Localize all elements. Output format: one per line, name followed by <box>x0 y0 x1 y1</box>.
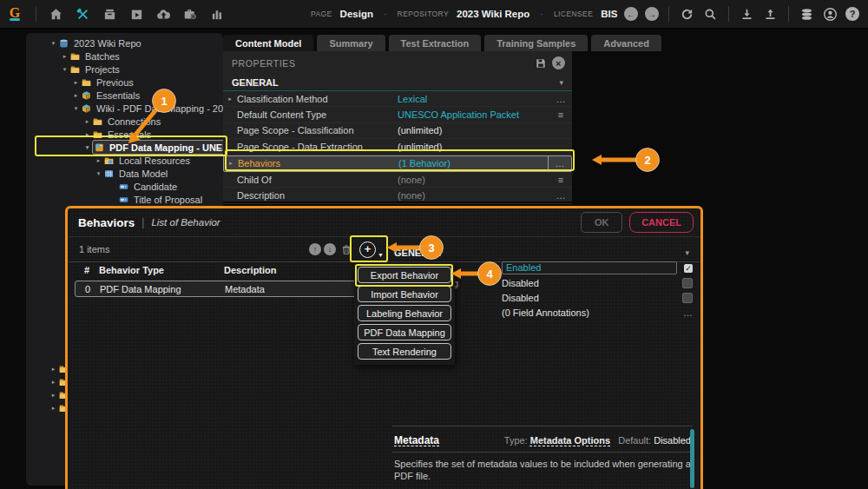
checkbox-unchecked[interactable] <box>682 293 693 303</box>
tree-item-2023-wiki-repo[interactable]: ▾2023 Wiki Repo <box>26 36 223 50</box>
expander-icon[interactable]: ▸ <box>49 392 58 399</box>
property-value: (none) <box>398 175 549 185</box>
help-meta: Type: Metadata Options Default: Disabled <box>504 435 691 446</box>
cancel-button[interactable]: CANCEL <box>629 212 694 233</box>
menu-icon[interactable]: ≡ <box>549 175 572 185</box>
expander-icon[interactable]: ▸ <box>60 53 69 60</box>
home-icon[interactable] <box>48 6 64 23</box>
dialog-property-value: Disabled <box>502 278 675 288</box>
scrollbar-thumb[interactable] <box>690 429 694 488</box>
expander-icon[interactable]: ▸ <box>49 379 58 386</box>
tree-item-previous[interactable]: ▸Previous <box>26 76 223 89</box>
tree-item-local-resources[interactable]: ▸Local Resources <box>26 154 223 167</box>
property-row-default-content-type[interactable]: Default Content TypeUNESCO Application P… <box>223 107 572 122</box>
property-row-behaviors[interactable]: ▸Behaviors(1 Behavior)… <box>223 155 572 172</box>
close-icon[interactable]: × <box>552 56 565 69</box>
dialog-general-header[interactable]: GENERAL ▾ <box>391 245 693 261</box>
stats-icon[interactable] <box>209 6 226 23</box>
property-row-page-scope-classification[interactable]: Page Scope - Classification(unlimited) <box>223 123 572 139</box>
meta-dot: · <box>381 9 390 19</box>
expander-icon[interactable]: ▸ <box>94 157 103 164</box>
expander-icon[interactable]: ▸ <box>224 160 238 167</box>
property-label: Description <box>237 190 398 201</box>
delete-icon[interactable] <box>340 243 352 255</box>
move-up-button[interactable]: ↑ <box>309 243 321 255</box>
ellipsis-button[interactable]: … <box>549 94 572 104</box>
forward-button[interactable]: → <box>645 7 659 21</box>
expander-icon[interactable]: ▾ <box>49 40 58 47</box>
download-icon[interactable] <box>740 7 754 22</box>
tree-item-pdf-data-mapping-unesco-packet[interactable]: ▾PDF Data Mapping - UNESCO Packet <box>26 141 223 154</box>
tab-test-extraction[interactable]: Test Extraction <box>389 35 482 51</box>
expander-icon[interactable]: ▸ <box>71 92 81 99</box>
expander-icon[interactable]: ▾ <box>94 170 103 177</box>
tree-item-wiki-pdf-data-mapping-2023-project[interactable]: ▾Wiki - PDF Data Mapping - 2023 [Project… <box>26 102 223 115</box>
tree-item-connections[interactable]: ▸Connections <box>26 115 223 128</box>
menu-item-text-rendering[interactable]: Text Rendering <box>358 343 451 360</box>
ok-button[interactable]: OK <box>581 212 622 233</box>
column-header[interactable]: # <box>75 265 99 275</box>
general-section-header[interactable]: GENERAL ▾ <box>223 75 572 91</box>
menu-item-export-behavior[interactable]: Export Behavior <box>358 267 451 283</box>
property-row-child-of[interactable]: Child Of(none)≡ <box>223 172 572 188</box>
expander-icon[interactable]: ▸ <box>49 405 58 412</box>
menu-item-import-behavior[interactable]: Import Behavior <box>358 286 451 302</box>
add-button[interactable]: + <box>359 241 376 258</box>
tab-training-samples[interactable]: Training Samples <box>484 35 588 51</box>
table-row[interactable]: 0PDF Data MappingMetadata <box>75 281 363 297</box>
upload-icon[interactable] <box>763 7 778 22</box>
tab-advanced[interactable]: Advanced <box>591 35 661 51</box>
tree-item-projects[interactable]: ▾Projects <box>26 63 223 76</box>
menu-item-labeling-behavior[interactable]: Labeling Behavior <box>358 305 451 321</box>
batch-processing-icon[interactable] <box>128 6 145 23</box>
help-icon[interactable]: ? <box>845 7 859 21</box>
folder-icon <box>69 64 82 75</box>
expander-icon[interactable]: ▾ <box>82 144 92 151</box>
batches-icon[interactable] <box>102 6 118 23</box>
tree-item-essentials[interactable]: ▸Essentials <box>26 128 223 141</box>
expander-icon[interactable]: ▾ <box>71 105 81 112</box>
expander-icon[interactable]: ▸ <box>49 366 58 373</box>
imports-icon[interactable] <box>155 6 172 23</box>
tree-item-candidate[interactable]: Candidate <box>26 180 223 193</box>
menu-item-pdf-data-mapping[interactable]: PDF Data Mapping <box>358 324 451 340</box>
user-icon[interactable] <box>823 7 838 22</box>
column-header[interactable]: Behavior Type <box>99 265 224 275</box>
property-row-page-scope-data-extraction[interactable]: Page Scope - Data Extraction(unlimited) <box>223 139 572 155</box>
menu-icon[interactable]: ≡ <box>549 109 572 120</box>
save-icon[interactable] <box>535 57 547 69</box>
design-tools-icon[interactable] <box>75 6 91 23</box>
expander-icon[interactable]: ▸ <box>71 79 81 86</box>
grooper-logo[interactable]: G <box>0 9 30 21</box>
back-button[interactable]: ← <box>624 7 638 21</box>
property-row-description[interactable]: Description(none)… <box>223 188 572 203</box>
property-value: (none) <box>398 190 549 201</box>
search-icon[interactable] <box>703 7 718 22</box>
jobs-icon[interactable] <box>182 6 199 23</box>
checkbox-unchecked[interactable] <box>682 278 693 288</box>
help-type-link[interactable]: Metadata Options <box>530 435 610 446</box>
tree-item-data-model[interactable]: ▾Data Model <box>26 167 223 180</box>
ellipsis-button[interactable]: … <box>548 156 571 171</box>
expander-icon[interactable]: ▸ <box>82 118 92 125</box>
ellipsis-button[interactable]: … <box>675 307 693 318</box>
tree-item-title-of-proposal[interactable]: Title of Proposal <box>26 193 223 206</box>
database-icon[interactable] <box>799 7 814 22</box>
tree-item-essentials[interactable]: ▸Essentials <box>26 89 223 102</box>
checkbox-checked[interactable]: ✓ <box>684 264 693 273</box>
ellipsis-button[interactable]: … <box>549 190 572 201</box>
enabled-value-field[interactable]: Enabled <box>502 261 677 274</box>
refresh-icon[interactable] <box>680 7 694 22</box>
caret-down-icon[interactable]: ▼ <box>378 252 384 258</box>
column-header[interactable]: Description <box>224 265 363 275</box>
divider <box>728 6 729 22</box>
property-value: (unlimited) <box>398 125 549 135</box>
expander-icon[interactable]: ▸ <box>223 96 237 102</box>
tree-item-batches[interactable]: ▸Batches <box>26 50 223 63</box>
expander-icon[interactable]: ▾ <box>60 66 69 73</box>
move-down-button[interactable]: ↓ <box>324 243 336 255</box>
tab-summary[interactable]: Summary <box>317 35 385 51</box>
property-row-classification-method[interactable]: ▸Classification MethodLexical… <box>223 91 572 107</box>
tab-content-model[interactable]: Content Model <box>223 35 313 51</box>
expander-icon[interactable]: ▸ <box>82 131 92 138</box>
